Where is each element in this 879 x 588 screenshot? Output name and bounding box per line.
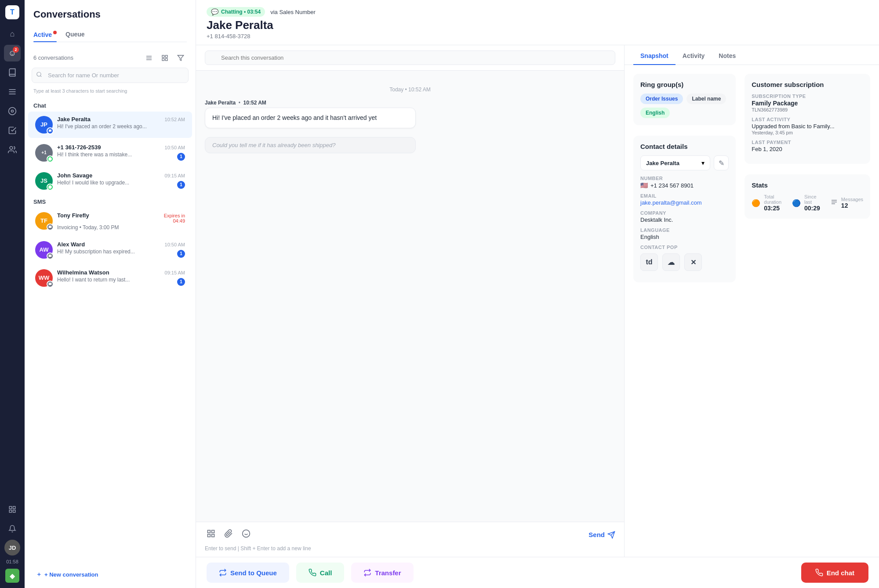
contact-selector[interactable]: Jake Peralta ▾ xyxy=(640,155,710,170)
chat-search-input[interactable] xyxy=(205,51,615,65)
conv-item-tony-firefly[interactable]: TF Tony Firefly Expires in 04:49 Invoici… xyxy=(28,208,192,235)
email-value: jake.peralta@gmail.com xyxy=(640,199,729,206)
flag-icon: 🇺🇸 xyxy=(640,182,648,189)
user-avatar[interactable]: JD xyxy=(4,540,20,556)
search-input[interactable] xyxy=(32,68,189,83)
tab-queue[interactable]: Queue xyxy=(65,27,85,42)
conv-body-alex-ward: Alex Ward 10:50 AM Hi! My subscription h… xyxy=(57,241,185,255)
sidebar-actions xyxy=(143,52,187,64)
tab-active[interactable]: Active xyxy=(33,27,57,42)
svg-point-3 xyxy=(9,108,16,115)
email-label: Email xyxy=(640,193,729,198)
chat-action-bar: Send to Queue Call Transfer End chat xyxy=(196,557,879,588)
chat-input-tools: Send xyxy=(205,527,615,542)
pop-icon-cloud[interactable]: ☁ xyxy=(662,253,680,271)
right-col-left: Ring group(s) Order Issues Label name En… xyxy=(633,74,736,293)
channel-badge-sms-3 xyxy=(47,281,54,288)
tab-notes[interactable]: Notes xyxy=(712,45,743,65)
sidebar-title: Conversations xyxy=(33,9,187,20)
nav-contacts-icon[interactable]: ☺ 2 xyxy=(4,45,21,61)
chat-status-row: 💬 Chatting • 03:54 via Sales Number xyxy=(207,7,868,17)
contact-details-section: Contact details Jake Peralta ▾ ✎ Number xyxy=(633,136,736,282)
tab-activity[interactable]: Activity xyxy=(676,45,712,65)
pop-icon-td[interactable]: td xyxy=(640,253,658,271)
conversation-count: 6 conversations xyxy=(33,54,73,61)
call-button[interactable]: Call xyxy=(296,563,345,583)
attachment-btn[interactable] xyxy=(222,527,235,542)
stat-icon-2 xyxy=(831,198,838,207)
nav-home-icon[interactable]: ⌂ xyxy=(4,25,21,42)
messages-container: Today • 10:52 AM Jake Peralta • 10:52 AM… xyxy=(196,71,624,522)
date-divider: Today • 10:52 AM xyxy=(205,87,615,93)
conv-item-john-savage[interactable]: JS [object Object],[object Object],[obje… xyxy=(28,168,192,194)
list-view-btn[interactable] xyxy=(143,52,155,64)
nav-book-icon[interactable] xyxy=(4,64,21,81)
contact-pop-label: Contact pop xyxy=(640,245,729,250)
conv-top: Jake Peralta 10:52 AM xyxy=(57,116,185,123)
selected-contact-name: Jake Peralta xyxy=(646,160,679,166)
tab-snapshot[interactable]: Snapshot xyxy=(633,45,676,65)
stat-label-2: Messages xyxy=(841,197,863,202)
message-row-0: Jake Peralta • 10:52 AM Hi! I've placed … xyxy=(205,100,615,128)
active-tab-badge xyxy=(53,31,57,34)
conv-item-alex-ward[interactable]: AW Alex Ward 10:50 AM Hi! My subscriptio… xyxy=(28,237,192,263)
app-logo: T xyxy=(5,5,19,19)
contact-edit-btn[interactable]: ✎ xyxy=(714,155,729,170)
channel-badge-sms-2 xyxy=(47,253,54,260)
svg-rect-23 xyxy=(212,530,214,533)
stat-icon-1: 🔵 xyxy=(792,199,801,207)
contact-select-row: Jake Peralta ▾ ✎ xyxy=(640,155,729,170)
nav-grid-icon[interactable] xyxy=(4,501,21,518)
nav-list-icon[interactable] xyxy=(4,83,21,100)
stats-title: Stats xyxy=(752,181,863,189)
nav-badge: 2 xyxy=(13,47,19,53)
conv-item-unknown[interactable]: +1 +1 361-726-2539 10:50 AM Hi! I think … xyxy=(28,140,192,166)
chat-header: 💬 Chatting • 03:54 via Sales Number Jake… xyxy=(196,0,879,45)
stat-total-duration: 🟠 Total duration 03:25 xyxy=(752,194,781,212)
ring-tag-1[interactable]: Label name xyxy=(686,94,726,104)
nav-people-icon[interactable] xyxy=(4,141,21,158)
svg-marker-17 xyxy=(178,55,183,61)
contact-details-title: Contact details xyxy=(640,143,729,150)
sms-expiry-time: 04:49 xyxy=(164,218,185,224)
chat-input-area: Send Enter to send | Shift + Enter to ad… xyxy=(196,522,624,557)
pop-icon-x[interactable]: ✕ xyxy=(684,253,702,271)
channel-badge-sms-1 xyxy=(47,224,54,231)
avatar-unknown: +1 xyxy=(35,144,53,162)
search-box xyxy=(32,68,189,83)
ring-groups-section: Ring group(s) Order Issues Label name En… xyxy=(633,74,736,125)
chat-search-bar xyxy=(196,45,624,71)
ring-tag-0[interactable]: Order Issues xyxy=(640,94,683,104)
chat-status-badge: 💬 Chatting • 03:54 xyxy=(207,7,265,17)
typing-placeholder: Could you tell me if it has already been… xyxy=(205,137,416,153)
send-button[interactable]: Send xyxy=(588,531,615,539)
grid-view-btn[interactable] xyxy=(159,52,171,64)
logo-letter: T xyxy=(10,8,15,16)
last-activity-label: Last activity xyxy=(752,117,863,122)
stat-icon-0: 🟠 xyxy=(752,199,760,207)
company-value: Desktalk Inc. xyxy=(640,216,729,223)
end-chat-button[interactable]: End chat xyxy=(801,563,868,583)
sidebar-header: Conversations Active Queue xyxy=(25,0,196,47)
email-link[interactable]: jake.peralta@gmail.com xyxy=(640,199,702,206)
transfer-button[interactable]: Transfer xyxy=(351,563,413,583)
status-diamond[interactable]: ◆ xyxy=(5,569,19,583)
send-to-queue-button[interactable]: Send to Queue xyxy=(207,563,289,583)
filter-btn[interactable] xyxy=(174,52,187,64)
nav-bell-icon[interactable] xyxy=(4,520,21,537)
new-conversation-button[interactable]: ＋ + New conversation xyxy=(32,566,189,583)
conv-item-wilhelmina[interactable]: WW Wilhelmina Watson 09:15 AM Hello! I w… xyxy=(28,265,192,291)
unread-badge-john-savage: 1 xyxy=(177,181,185,189)
right-panel: Snapshot Activity Notes Ring group(s) Or… xyxy=(624,45,879,557)
company-field: Company Desktalk Inc. xyxy=(640,210,729,223)
avatar-tony-firefly: TF xyxy=(35,212,53,230)
emoji-btn[interactable] xyxy=(240,527,252,542)
template-btn[interactable] xyxy=(205,527,217,542)
nav-tasks-icon[interactable] xyxy=(4,122,21,139)
chat-contact-name: Jake Peralta xyxy=(207,18,868,32)
chat-input-hint: Enter to send | Shift + Enter to add a n… xyxy=(205,545,615,552)
svg-rect-24 xyxy=(212,534,214,537)
nav-circle-icon[interactable] xyxy=(4,103,21,119)
ring-tag-2[interactable]: English xyxy=(640,108,670,118)
conv-item-jake-peralta[interactable]: JP Jake Peralta 10:52 AM Hi! I've placed… xyxy=(28,112,192,138)
